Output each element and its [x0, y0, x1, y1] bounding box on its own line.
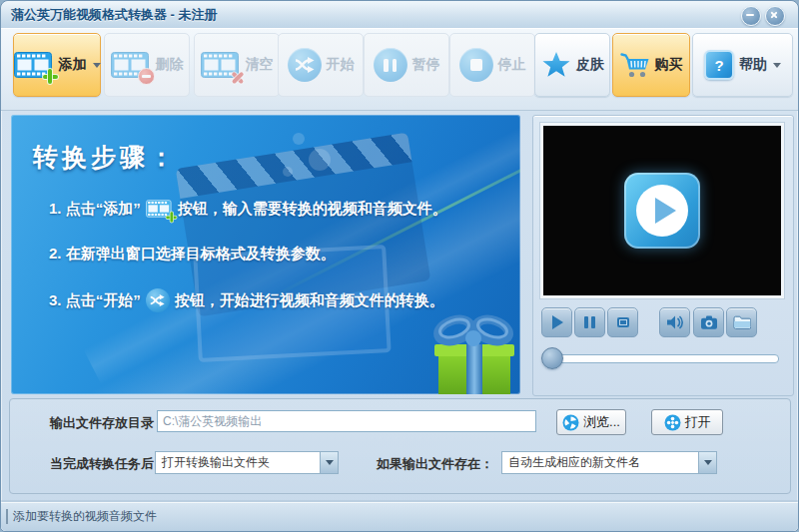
delete-video-icon [111, 50, 151, 80]
browse-icon [562, 414, 579, 431]
step-1-text-post: 按钮，输入需要转换的视频和音频文件。 [178, 200, 447, 219]
output-dir-input[interactable] [157, 410, 536, 432]
buy-button[interactable]: 购买 [612, 33, 690, 97]
help-button-label: 帮助 [739, 56, 767, 74]
browse-button-label: 浏览... [583, 413, 620, 431]
stop-button: 停止 [449, 33, 535, 97]
x-badge-icon [230, 69, 246, 85]
player-snapshot-button[interactable] [693, 307, 724, 337]
skin-button-label: 皮肤 [576, 56, 604, 74]
seek-slider[interactable] [545, 354, 779, 363]
statusbar: 添加要转换的视频音频文件 [1, 502, 798, 531]
output-settings-group: 输出文件存放目录： 浏览... 打开 当完成转换任务后： 打开转换输出文件夹 如… [9, 398, 791, 494]
minus-badge-icon [138, 68, 155, 85]
volume-icon [666, 314, 684, 330]
inline-start-icon [146, 288, 170, 312]
plus-badge-icon [166, 212, 177, 223]
pause-button-label: 暂停 [412, 56, 440, 74]
player-stop-button[interactable] [607, 307, 638, 337]
window-controls [741, 6, 785, 26]
file-exists-value: 自动生成相应的新文件名 [502, 452, 698, 473]
open-file-icon [664, 414, 681, 431]
delete-button-label: 删除 [156, 56, 184, 74]
player-open-folder-button[interactable] [726, 307, 757, 337]
output-dir-label: 输出文件存放目录： [50, 414, 167, 432]
after-task-label: 当完成转换任务后： [50, 455, 167, 473]
inline-add-icon [146, 199, 173, 219]
clear-list-icon [201, 50, 241, 80]
pause-icon [374, 48, 407, 82]
chevron-down-icon [773, 63, 781, 68]
delete-button: 删除 [104, 33, 190, 97]
stop-icon [617, 317, 629, 327]
buy-button-label: 购买 [655, 56, 683, 74]
seek-slider-thumb[interactable] [541, 347, 563, 369]
skin-button[interactable]: 皮肤 [534, 33, 610, 97]
step-3-text-post: 按钮，开始进行视频和音频文件的转换。 [175, 291, 444, 310]
gift-box-image [420, 306, 520, 394]
play-icon [655, 198, 676, 224]
buy-cart-icon [620, 52, 650, 79]
step-2: 2. 在新弹出窗口选择目标格式及转换参数。 [49, 245, 336, 264]
step-3-text-pre: 3. 点击“开始” [49, 291, 141, 310]
preview-panel [532, 115, 794, 396]
after-task-value: 打开转换输出文件夹 [156, 452, 320, 473]
minimize-icon [746, 14, 754, 16]
clear-button: 清空 [194, 33, 280, 97]
app-window: 蒲公英万能视频格式转换器 - 未注册 添加 删除 [0, 0, 799, 532]
open-folder-icon [733, 315, 751, 329]
pause-button: 暂停 [364, 33, 449, 97]
skin-star-icon [541, 51, 571, 79]
player-pause-button[interactable] [574, 307, 605, 337]
chevron-down-icon [93, 63, 101, 68]
steps-title: 转换步骤： [33, 141, 178, 174]
close-button[interactable] [765, 6, 785, 26]
browse-button[interactable]: 浏览... [556, 409, 626, 435]
play-overlay-button[interactable] [624, 173, 700, 249]
step-1: 1. 点击“添加” 按钮，输入需要转换的视频和音频文件。 [49, 199, 447, 219]
snapshot-camera-icon [700, 315, 718, 330]
toolbar: 添加 删除 清空 开始 暂停 [1, 28, 798, 111]
help-icon: ? [704, 50, 734, 80]
chevron-down-icon [326, 460, 334, 465]
add-video-icon [14, 50, 54, 80]
minimize-button[interactable] [741, 6, 761, 26]
titlebar: 蒲公英万能视频格式转换器 - 未注册 [1, 1, 798, 28]
after-task-select[interactable]: 打开转换输出文件夹 [155, 451, 339, 474]
instructions-panel: 转换步骤： 1. 点击“添加” 按钮，输入需要转换的视频和音频文件。 2. 在新… [11, 115, 520, 394]
window-title: 蒲公英万能视频格式转换器 - 未注册 [11, 1, 218, 28]
step-1-text-pre: 1. 点击“添加” [49, 200, 141, 219]
video-preview [540, 123, 784, 298]
step-3: 3. 点击“开始” 按钮，开始进行视频和音频文件的转换。 [49, 288, 444, 312]
start-button: 开始 [278, 33, 364, 97]
add-button[interactable]: 添加 [13, 33, 101, 97]
stop-icon [459, 48, 493, 82]
step-2-text: 2. 在新弹出窗口选择目标格式及转换参数。 [49, 245, 336, 264]
player-volume-button[interactable] [659, 307, 690, 337]
player-play-button[interactable] [541, 307, 572, 337]
plus-badge-icon [43, 69, 58, 84]
start-button-label: 开始 [327, 56, 355, 74]
open-button-label: 打开 [685, 413, 711, 431]
file-exists-label: 如果输出文件存在： [377, 455, 493, 473]
status-text: 添加要转换的视频音频文件 [6, 509, 157, 524]
add-button-label: 添加 [59, 56, 87, 74]
open-button[interactable]: 打开 [651, 409, 723, 435]
help-button[interactable]: ? 帮助 [692, 33, 793, 97]
chevron-down-icon [704, 460, 712, 465]
stop-button-label: 停止 [498, 56, 526, 74]
clear-button-label: 清空 [246, 56, 274, 74]
play-icon [552, 315, 563, 329]
file-exists-select[interactable]: 自动生成相应的新文件名 [501, 451, 717, 474]
pause-icon [584, 316, 595, 328]
start-convert-icon [288, 48, 322, 82]
